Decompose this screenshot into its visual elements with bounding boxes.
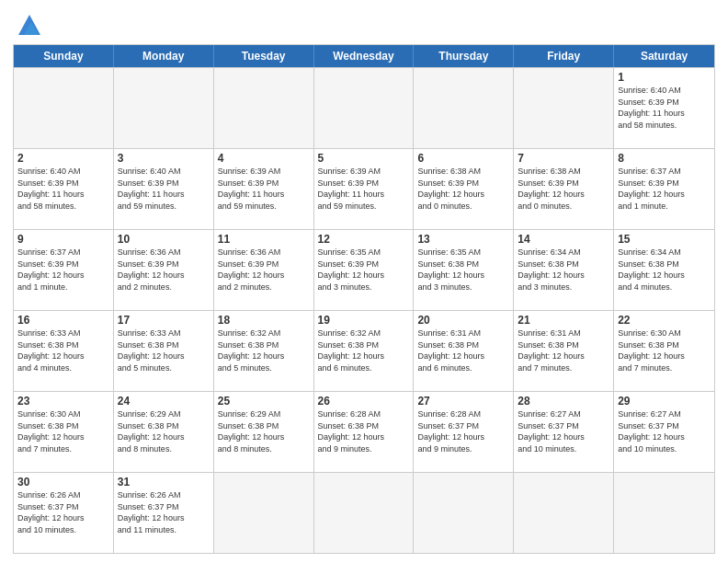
logo-area <box>13 9 44 39</box>
empty-cell-0-1 <box>114 68 214 148</box>
day-number: 24 <box>118 395 210 408</box>
cell-info: Sunrise: 6:27 AM Sunset: 6:37 PM Dayligh… <box>518 408 609 454</box>
header-day-thursday: Thursday <box>414 45 514 67</box>
day-cell-18: 18Sunrise: 6:32 AM Sunset: 6:38 PM Dayli… <box>214 311 314 391</box>
day-number: 5 <box>318 152 410 165</box>
day-cell-2: 2Sunrise: 6:40 AM Sunset: 6:39 PM Daylig… <box>14 149 114 229</box>
day-cell-21: 21Sunrise: 6:31 AM Sunset: 6:38 PM Dayli… <box>514 311 614 391</box>
empty-cell-0-5 <box>514 68 614 148</box>
cell-info: Sunrise: 6:37 AM Sunset: 6:39 PM Dayligh… <box>17 247 109 293</box>
calendar-row-0: 1Sunrise: 6:40 AM Sunset: 6:39 PM Daylig… <box>14 67 714 148</box>
day-cell-15: 15Sunrise: 6:34 AM Sunset: 6:38 PM Dayli… <box>614 230 714 310</box>
day-cell-11: 11Sunrise: 6:36 AM Sunset: 6:39 PM Dayli… <box>214 230 314 310</box>
cell-info: Sunrise: 6:26 AM Sunset: 6:37 PM Dayligh… <box>17 489 109 535</box>
calendar-header-row: SundayMondayTuesdayWednesdayThursdayFrid… <box>14 45 714 67</box>
day-number: 26 <box>318 395 410 408</box>
day-number: 6 <box>417 152 509 165</box>
empty-cell-0-2 <box>214 68 314 148</box>
day-cell-4: 4Sunrise: 6:39 AM Sunset: 6:39 PM Daylig… <box>214 149 314 229</box>
header-day-monday: Monday <box>114 45 214 67</box>
cell-info: Sunrise: 6:38 AM Sunset: 6:39 PM Dayligh… <box>417 166 509 212</box>
day-cell-31: 31Sunrise: 6:26 AM Sunset: 6:37 PM Dayli… <box>114 473 214 553</box>
day-number: 11 <box>218 233 310 246</box>
cell-info: Sunrise: 6:36 AM Sunset: 6:39 PM Dayligh… <box>218 247 310 293</box>
day-number: 31 <box>118 476 210 488</box>
day-number: 4 <box>218 152 310 165</box>
cell-info: Sunrise: 6:40 AM Sunset: 6:39 PM Dayligh… <box>17 166 109 212</box>
cell-info: Sunrise: 6:28 AM Sunset: 6:37 PM Dayligh… <box>417 408 509 454</box>
day-cell-29: 29Sunrise: 6:27 AM Sunset: 6:37 PM Dayli… <box>614 392 714 472</box>
day-number: 14 <box>518 233 609 246</box>
cell-info: Sunrise: 6:40 AM Sunset: 6:39 PM Dayligh… <box>618 85 711 131</box>
cell-info: Sunrise: 6:34 AM Sunset: 6:38 PM Dayligh… <box>618 247 711 293</box>
cell-info: Sunrise: 6:28 AM Sunset: 6:38 PM Dayligh… <box>318 408 410 454</box>
day-number: 9 <box>17 233 109 246</box>
calendar-row-3: 16Sunrise: 6:33 AM Sunset: 6:38 PM Dayli… <box>14 310 714 391</box>
cell-info: Sunrise: 6:40 AM Sunset: 6:39 PM Dayligh… <box>118 166 210 212</box>
cell-info: Sunrise: 6:32 AM Sunset: 6:38 PM Dayligh… <box>218 327 310 373</box>
day-cell-30: 30Sunrise: 6:26 AM Sunset: 6:37 PM Dayli… <box>14 473 114 553</box>
day-number: 1 <box>618 71 711 84</box>
empty-cell-5-2 <box>214 473 314 553</box>
day-number: 30 <box>17 476 109 488</box>
day-cell-28: 28Sunrise: 6:27 AM Sunset: 6:37 PM Dayli… <box>514 392 614 472</box>
day-number: 25 <box>218 395 310 408</box>
day-cell-6: 6Sunrise: 6:38 AM Sunset: 6:39 PM Daylig… <box>414 149 514 229</box>
day-number: 20 <box>417 314 509 327</box>
cell-info: Sunrise: 6:34 AM Sunset: 6:38 PM Dayligh… <box>518 247 609 293</box>
cell-info: Sunrise: 6:36 AM Sunset: 6:39 PM Dayligh… <box>118 247 210 293</box>
day-number: 12 <box>318 233 410 246</box>
calendar-row-5: 30Sunrise: 6:26 AM Sunset: 6:37 PM Dayli… <box>14 472 714 553</box>
day-number: 28 <box>518 395 609 408</box>
day-number: 17 <box>118 314 210 327</box>
day-number: 21 <box>518 314 609 327</box>
day-cell-27: 27Sunrise: 6:28 AM Sunset: 6:37 PM Dayli… <box>414 392 514 472</box>
day-cell-23: 23Sunrise: 6:30 AM Sunset: 6:38 PM Dayli… <box>14 392 114 472</box>
header-day-sunday: Sunday <box>14 45 114 67</box>
day-cell-17: 17Sunrise: 6:33 AM Sunset: 6:38 PM Dayli… <box>114 311 214 391</box>
empty-cell-5-3 <box>314 473 415 553</box>
empty-cell-5-4 <box>414 473 514 553</box>
day-cell-24: 24Sunrise: 6:29 AM Sunset: 6:38 PM Dayli… <box>114 392 214 472</box>
day-number: 3 <box>118 152 210 165</box>
calendar: SundayMondayTuesdayWednesdayThursdayFrid… <box>13 44 715 554</box>
header-day-wednesday: Wednesday <box>314 45 415 67</box>
cell-info: Sunrise: 6:31 AM Sunset: 6:38 PM Dayligh… <box>518 327 609 373</box>
cell-info: Sunrise: 6:39 AM Sunset: 6:39 PM Dayligh… <box>218 166 310 212</box>
day-cell-9: 9Sunrise: 6:37 AM Sunset: 6:39 PM Daylig… <box>14 230 114 310</box>
header <box>13 9 715 39</box>
cell-info: Sunrise: 6:27 AM Sunset: 6:37 PM Dayligh… <box>618 408 711 454</box>
header-day-saturday: Saturday <box>614 45 714 67</box>
day-cell-25: 25Sunrise: 6:29 AM Sunset: 6:38 PM Dayli… <box>214 392 314 472</box>
day-number: 15 <box>618 233 711 246</box>
day-cell-1: 1Sunrise: 6:40 AM Sunset: 6:39 PM Daylig… <box>614 68 714 148</box>
cell-info: Sunrise: 6:26 AM Sunset: 6:37 PM Dayligh… <box>118 489 210 535</box>
header-day-tuesday: Tuesday <box>214 45 314 67</box>
cell-info: Sunrise: 6:29 AM Sunset: 6:38 PM Dayligh… <box>218 408 310 454</box>
day-cell-16: 16Sunrise: 6:33 AM Sunset: 6:38 PM Dayli… <box>14 311 114 391</box>
day-number: 23 <box>17 395 109 408</box>
cell-info: Sunrise: 6:32 AM Sunset: 6:38 PM Dayligh… <box>318 327 410 373</box>
calendar-row-2: 9Sunrise: 6:37 AM Sunset: 6:39 PM Daylig… <box>14 229 714 310</box>
day-cell-14: 14Sunrise: 6:34 AM Sunset: 6:38 PM Dayli… <box>514 230 614 310</box>
cell-info: Sunrise: 6:35 AM Sunset: 6:38 PM Dayligh… <box>417 247 509 293</box>
cell-info: Sunrise: 6:31 AM Sunset: 6:38 PM Dayligh… <box>417 327 509 373</box>
day-number: 16 <box>17 314 109 327</box>
cell-info: Sunrise: 6:33 AM Sunset: 6:38 PM Dayligh… <box>17 327 109 373</box>
cell-info: Sunrise: 6:30 AM Sunset: 6:38 PM Dayligh… <box>618 327 711 373</box>
empty-cell-5-5 <box>514 473 614 553</box>
calendar-row-1: 2Sunrise: 6:40 AM Sunset: 6:39 PM Daylig… <box>14 148 714 229</box>
calendar-body: 1Sunrise: 6:40 AM Sunset: 6:39 PM Daylig… <box>14 67 714 553</box>
day-cell-12: 12Sunrise: 6:35 AM Sunset: 6:39 PM Dayli… <box>314 230 415 310</box>
day-cell-7: 7Sunrise: 6:38 AM Sunset: 6:39 PM Daylig… <box>514 149 614 229</box>
day-cell-26: 26Sunrise: 6:28 AM Sunset: 6:38 PM Dayli… <box>314 392 415 472</box>
cell-info: Sunrise: 6:37 AM Sunset: 6:39 PM Dayligh… <box>618 166 711 212</box>
day-number: 29 <box>618 395 711 408</box>
cell-info: Sunrise: 6:30 AM Sunset: 6:38 PM Dayligh… <box>17 408 109 454</box>
day-cell-10: 10Sunrise: 6:36 AM Sunset: 6:39 PM Dayli… <box>114 230 214 310</box>
day-cell-22: 22Sunrise: 6:30 AM Sunset: 6:38 PM Dayli… <box>614 311 714 391</box>
calendar-row-4: 23Sunrise: 6:30 AM Sunset: 6:38 PM Dayli… <box>14 391 714 472</box>
day-number: 22 <box>618 314 711 327</box>
day-cell-20: 20Sunrise: 6:31 AM Sunset: 6:38 PM Dayli… <box>414 311 514 391</box>
page: SundayMondayTuesdayWednesdayThursdayFrid… <box>0 0 728 563</box>
